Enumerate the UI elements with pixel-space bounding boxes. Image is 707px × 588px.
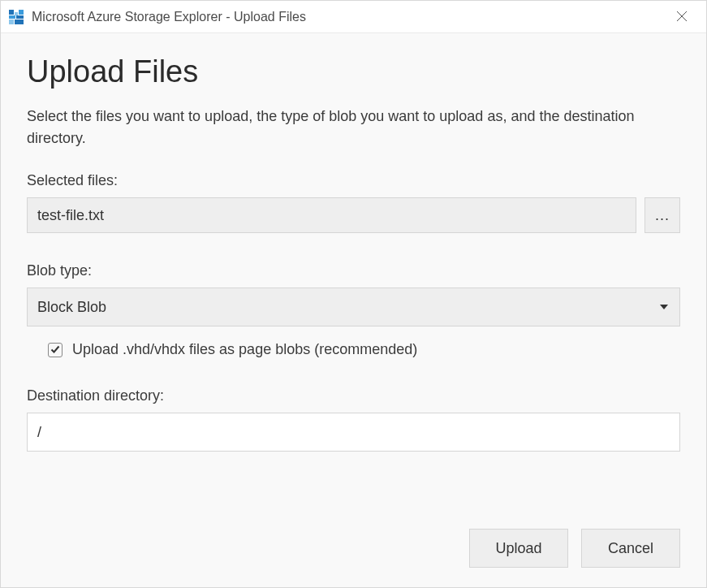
svg-rect-0 xyxy=(9,10,14,15)
dialog-window: Microsoft Azure Storage Explorer - Uploa… xyxy=(0,0,707,588)
svg-rect-6 xyxy=(15,19,24,24)
destination-input[interactable] xyxy=(27,413,680,452)
upload-button[interactable]: Upload xyxy=(469,529,568,568)
button-row: Upload Cancel xyxy=(27,529,680,568)
azure-storage-icon xyxy=(9,10,24,24)
window-title: Microsoft Azure Storage Explorer - Uploa… xyxy=(32,10,666,24)
page-title: Upload Files xyxy=(27,54,680,89)
svg-rect-2 xyxy=(19,10,24,15)
blob-type-select[interactable]: Block Blob xyxy=(27,288,680,326)
vhd-checkbox-row: Upload .vhd/vhdx files as page blobs (re… xyxy=(48,341,680,358)
spacer xyxy=(27,452,680,512)
svg-rect-3 xyxy=(9,15,15,19)
svg-rect-4 xyxy=(16,15,24,19)
close-button[interactable] xyxy=(666,1,698,33)
page-description: Select the files you want to upload, the… xyxy=(27,106,680,149)
selected-files-row: ... xyxy=(27,197,680,233)
svg-rect-1 xyxy=(15,12,18,15)
dialog-content: Upload Files Select the files you want t… xyxy=(1,33,706,587)
selected-files-label: Selected files: xyxy=(27,172,680,189)
blob-type-label: Blob type: xyxy=(27,262,680,279)
svg-rect-5 xyxy=(9,19,14,24)
vhd-checkbox[interactable] xyxy=(48,343,63,357)
title-bar: Microsoft Azure Storage Explorer - Uploa… xyxy=(1,1,706,33)
close-icon xyxy=(677,10,687,24)
destination-label: Destination directory: xyxy=(27,387,680,404)
cancel-button[interactable]: Cancel xyxy=(581,529,680,568)
vhd-checkbox-label[interactable]: Upload .vhd/vhdx files as page blobs (re… xyxy=(72,341,417,358)
check-icon xyxy=(50,343,60,357)
selected-files-input[interactable] xyxy=(27,197,636,233)
browse-files-button[interactable]: ... xyxy=(644,197,680,233)
blob-type-select-wrap: Block Blob xyxy=(27,288,680,326)
